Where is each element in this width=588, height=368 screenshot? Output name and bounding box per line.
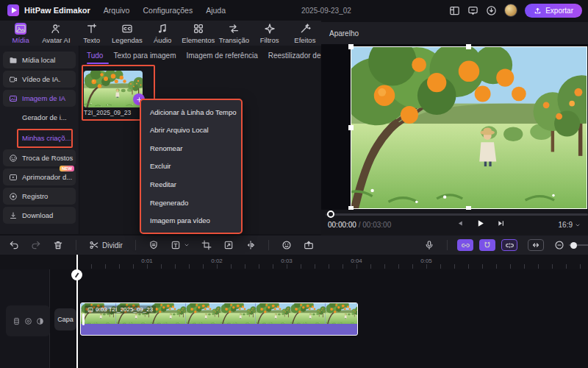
sidebar-item-troca-de-rostos[interactable]: Troca de Rostos bbox=[3, 149, 76, 166]
scale-button[interactable] bbox=[223, 240, 234, 250]
filters-icon bbox=[264, 23, 276, 35]
sidebar-item-download[interactable]: Download bbox=[3, 207, 76, 224]
sidebar-item-imagem-de-ia[interactable]: Imagem de IA bbox=[3, 90, 76, 107]
media-tab-tudo[interactable]: Tudo bbox=[87, 52, 103, 64]
layout-icon[interactable] bbox=[449, 5, 460, 16]
download-icon bbox=[9, 211, 18, 220]
playhead[interactable] bbox=[76, 255, 78, 368]
media-tab-texto-para-imagem[interactable]: Texto para imagem bbox=[113, 52, 176, 64]
tab-label: Filtros bbox=[260, 36, 279, 44]
tab-label: Elementos bbox=[182, 36, 215, 44]
sidebar-item-label: Aprimorador d... bbox=[22, 173, 72, 181]
tab-audio[interactable]: Áudio bbox=[146, 23, 179, 44]
preview-controls: 00:00:00 / 00:03:00 16:9 bbox=[321, 210, 588, 236]
unlink-clips-button[interactable] bbox=[501, 239, 517, 251]
magnet-snap-button[interactable] bbox=[479, 239, 495, 251]
zoom-out-button[interactable] bbox=[554, 240, 564, 250]
sidebar-item-aprimorador[interactable]: Aprimorador d... NEW bbox=[3, 169, 76, 185]
tab-transicao[interactable]: Transição bbox=[218, 23, 250, 44]
fit-timeline-button[interactable] bbox=[528, 239, 544, 251]
media-tab-imagem-de-referencia[interactable]: Imagem de referência bbox=[186, 52, 257, 64]
tab-midia[interactable]: Mídia bbox=[4, 23, 37, 44]
menu-ajuda[interactable]: Ajuda bbox=[206, 6, 226, 15]
ruler-mark: 0:01 bbox=[141, 258, 153, 264]
playhead-handle[interactable] bbox=[71, 269, 82, 280]
zoom-out-icon bbox=[554, 240, 564, 250]
timeline-zoom-slider[interactable] bbox=[569, 244, 588, 246]
frame-export-button[interactable] bbox=[304, 240, 314, 250]
context-item-regenerado[interactable]: Regenerado bbox=[141, 199, 241, 207]
export-button-label: Exportar bbox=[545, 7, 573, 15]
export-button[interactable]: Exportar bbox=[525, 4, 582, 18]
play-icon[interactable] bbox=[476, 219, 485, 228]
context-item-excluir[interactable]: Excluir bbox=[141, 162, 241, 170]
menu-configuracoes[interactable]: Configurações bbox=[143, 6, 193, 15]
selection-handle-top-mid[interactable] bbox=[466, 44, 471, 49]
tab-avatar-ai[interactable]: Avatar AI bbox=[40, 23, 72, 44]
sidebar-item-gerador-de-imagem[interactable]: Gerador de i... bbox=[3, 109, 76, 126]
flip-button[interactable] bbox=[245, 240, 256, 250]
fit-width-icon bbox=[531, 241, 540, 250]
sidebar-item-video-de-ia[interactable]: Vídeo de IA. bbox=[3, 71, 76, 88]
tab-efeitos[interactable]: Efeitos bbox=[289, 23, 321, 44]
track-contrast-icon[interactable] bbox=[36, 317, 44, 325]
face-swap-icon bbox=[9, 154, 18, 163]
split-button[interactable]: Dividir bbox=[89, 240, 123, 250]
context-item-adicionar-linha-do-tempo[interactable]: Adicionar à Linha do Tempo bbox=[141, 108, 241, 116]
scale-icon bbox=[223, 240, 234, 250]
text-icon bbox=[86, 23, 98, 35]
track-visibility-icon[interactable] bbox=[24, 317, 32, 325]
link-clips-button[interactable] bbox=[457, 239, 473, 251]
crop-button[interactable] bbox=[201, 240, 212, 250]
scrubber-knob[interactable] bbox=[327, 210, 334, 218]
record-voice-button[interactable] bbox=[424, 240, 434, 250]
user-avatar[interactable] bbox=[504, 4, 517, 17]
download-circle-icon[interactable] bbox=[486, 5, 497, 16]
selection-handle-top-left[interactable] bbox=[348, 44, 354, 49]
badge-tool-button[interactable] bbox=[148, 240, 159, 250]
clip-color-bar bbox=[81, 324, 357, 334]
track-film-icon[interactable] bbox=[12, 317, 21, 325]
face-track-button[interactable] bbox=[282, 240, 292, 250]
magnet-icon bbox=[483, 241, 492, 250]
tab-legendas[interactable]: Legendas bbox=[111, 23, 143, 44]
feedback-icon[interactable] bbox=[467, 5, 478, 16]
preview-canvas[interactable] bbox=[351, 46, 587, 209]
menu-arquivo[interactable]: Arquivo bbox=[104, 6, 130, 15]
tab-filtros[interactable]: Filtros bbox=[253, 23, 285, 44]
cover-button[interactable]: Capa bbox=[54, 308, 76, 330]
face-track-icon bbox=[282, 240, 292, 250]
undo-button[interactable] bbox=[9, 240, 19, 250]
context-item-imagem-para-video[interactable]: Imagem para vídeo bbox=[141, 216, 241, 224]
context-item-renomear[interactable]: Renomear bbox=[141, 144, 241, 152]
selection-handle-left-mid[interactable] bbox=[348, 125, 354, 130]
context-item-abrir-arquivo-local[interactable]: Abrir Arquivo Local bbox=[141, 126, 241, 134]
clip-trim-handle-left[interactable] bbox=[82, 314, 85, 325]
record-icon bbox=[9, 192, 18, 201]
video-camera-icon bbox=[9, 75, 18, 84]
new-badge: NEW bbox=[60, 166, 74, 171]
timeline-ruler[interactable]: 0:01 0:02 0:03 0:04 0:05 bbox=[0, 255, 588, 269]
next-frame-icon[interactable] bbox=[497, 219, 505, 227]
zoom-slider-knob[interactable] bbox=[570, 242, 577, 249]
timeline-clip[interactable]: 0:03 T2I_2025_09_23 bbox=[80, 302, 358, 336]
media-icon bbox=[15, 23, 26, 35]
tab-label: Efeitos bbox=[294, 36, 315, 44]
tab-elementos[interactable]: Elementos bbox=[182, 23, 215, 44]
timecode: 00:00:00 / 00:03:00 bbox=[328, 221, 391, 229]
tab-label: Mídia bbox=[12, 36, 29, 44]
preview-scrubber[interactable] bbox=[326, 213, 588, 216]
aspect-ratio-select[interactable]: 16:9 bbox=[559, 221, 581, 229]
previous-frame-icon[interactable] bbox=[457, 220, 464, 227]
tab-texto[interactable]: Texto bbox=[76, 23, 108, 44]
context-item-reeditar[interactable]: Reeditar bbox=[141, 180, 241, 188]
selection-handle-bottom-mid[interactable] bbox=[466, 206, 471, 210]
image-clip-icon bbox=[87, 307, 93, 313]
sidebar-item-midia-local[interactable]: Mídia local bbox=[3, 52, 76, 68]
sidebar-item-registro[interactable]: Registro bbox=[3, 188, 76, 205]
sidebar-item-minhas-criacoes[interactable]: Minhas criaçõ... bbox=[3, 130, 76, 146]
text-tool-button[interactable] bbox=[171, 240, 190, 250]
delete-button[interactable] bbox=[53, 240, 63, 250]
selection-handle-bottom-left[interactable] bbox=[348, 206, 354, 210]
redo-button[interactable] bbox=[31, 240, 41, 250]
